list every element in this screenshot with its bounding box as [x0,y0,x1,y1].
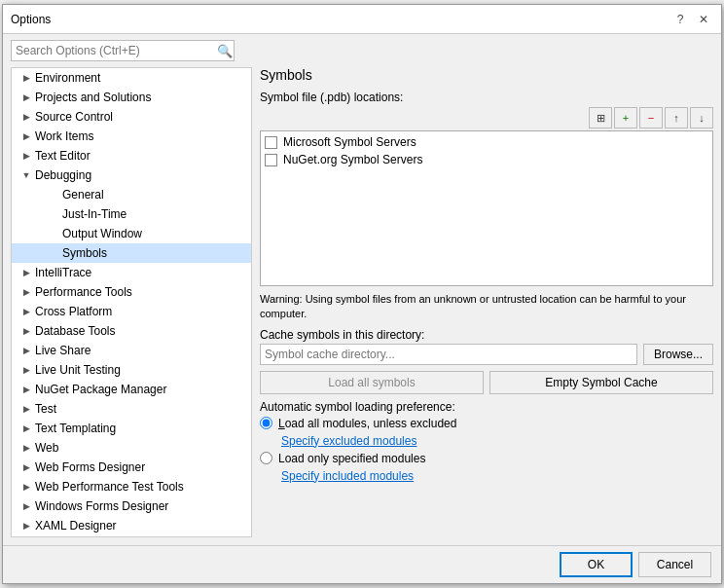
tree-item-nuget-package-manager[interactable]: ▶NuGet Package Manager [12,380,251,399]
symbol-list-box: Microsoft Symbol ServersNuGet.org Symbol… [260,130,713,286]
tree-label-cross-platform: Cross Platform [35,305,112,318]
tree-item-debugging[interactable]: ▼Debugging [12,165,251,185]
action-row: Load all symbols Empty Symbol Cache [260,371,713,394]
tree-label-live-share: Live Share [35,344,90,357]
tree-label-test: Test [35,402,56,416]
title-controls: ? ✕ [670,10,713,29]
right-panel: Symbols Symbol file (.pdb) locations: ⊞+… [260,67,713,537]
radio-load-only[interactable] [260,452,272,464]
browse-button[interactable]: Browse... [643,344,713,365]
tree-arrow-web: ▶ [19,441,33,455]
tree-item-output-window[interactable]: Output Window [12,224,251,243]
symbol-checkbox-nuget[interactable] [265,154,277,166]
tree-item-web-performance-test-tools[interactable]: ▶Web Performance Test Tools [12,477,251,496]
down-btn[interactable]: ↓ [690,107,713,129]
search-wrapper: 🔍 [11,40,235,61]
tree-arrow-test: ▶ [19,402,33,416]
empty-symbol-cache-button[interactable]: Empty Symbol Cache [489,371,713,394]
up-btn[interactable]: ↑ [665,107,688,129]
specify-excluded-link[interactable]: Specify excluded modules [281,434,713,448]
radio-group: Load all modules, unless excluded Specif… [260,417,713,483]
symbol-file-label: Symbol file (.pdb) locations: [260,91,713,104]
tree-item-database-tools[interactable]: ▶Database Tools [12,321,251,341]
tree-label-work-items: Work Items [35,129,93,143]
options-dialog: Options ? ✕ 🔍 ▶Environment▶Projects and … [2,4,722,584]
search-input[interactable] [11,40,235,61]
auto-label: Automatic symbol loading preference: [260,400,713,414]
symbol-checkbox-microsoft[interactable] [265,136,277,149]
tree-label-just-in-time: Just-In-Time [62,207,127,221]
tree-arrow-live-unit-testing: ▶ [19,363,33,377]
tree-item-live-unit-testing[interactable]: ▶Live Unit Testing [12,360,251,380]
tree-item-work-items[interactable]: ▶Work Items [12,127,251,146]
cache-input[interactable] [260,344,637,365]
tree-arrow-performance-tools: ▶ [19,285,33,299]
symbol-label-nuget: NuGet.org Symbol Servers [283,153,422,166]
tree-label-windows-forms-designer: Windows Forms Designer [35,499,168,513]
tree-arrow-text-editor: ▶ [19,149,33,163]
dialog-body: 🔍 ▶Environment▶Projects and Solutions▶So… [3,34,721,545]
cancel-button[interactable]: Cancel [638,552,711,577]
add-btn[interactable]: + [614,107,637,129]
radio-load-only-label: Load only specified modules [278,452,425,465]
tree-label-web: Web [35,441,58,455]
tree-arrow-xaml-designer: ▶ [19,519,33,533]
dialog-title: Options [11,13,51,26]
tree-item-general[interactable]: General [12,185,251,204]
tree-arrow-debugging: ▼ [19,168,33,182]
search-icon-button[interactable]: 🔍 [217,44,233,58]
tree-label-database-tools: Database Tools [35,324,116,338]
load-all-symbols-button[interactable]: Load all symbols [260,371,484,394]
grid-btn[interactable]: ⊞ [589,107,612,129]
help-button[interactable]: ? [670,10,690,29]
tree-arrow-web-forms-designer: ▶ [19,460,33,474]
radio-item-load-only: Load only specified modules [260,452,713,465]
main-content: ▶Environment▶Projects and Solutions▶Sour… [3,67,721,545]
radio-item-load-all: Load all modules, unless excluded [260,417,713,430]
tree-item-symbols[interactable]: Symbols [12,243,251,263]
tree-arrow-output-window [47,227,60,240]
ok-button[interactable]: OK [560,552,633,577]
tree-item-source-control[interactable]: ▶Source Control [12,107,251,127]
symbol-file-section: Symbol file (.pdb) locations: ⊞+−↑↓ Micr… [260,91,713,286]
tree-arrow-cross-platform: ▶ [19,305,33,318]
tree-item-cross-platform[interactable]: ▶Cross Platform [12,302,251,321]
auto-section: Automatic symbol loading preference: Loa… [260,400,713,483]
tree-arrow-environment: ▶ [19,71,33,85]
tree-arrow-text-templating: ▶ [19,422,33,435]
tree-item-text-editor[interactable]: ▶Text Editor [12,146,251,165]
tree-item-just-in-time[interactable]: Just-In-Time [12,204,251,224]
tree-item-live-share[interactable]: ▶Live Share [12,341,251,360]
specify-included-link[interactable]: Specify included modules [281,469,713,483]
remove-btn[interactable]: − [639,107,663,129]
tree-item-test[interactable]: ▶Test [12,399,251,419]
tree-label-intellitrace: IntelliTrace [35,266,91,279]
tree-arrow-nuget-package-manager: ▶ [19,383,33,396]
tree-label-projects-solutions: Projects and Solutions [35,91,151,104]
tree-label-text-editor: Text Editor [35,149,90,163]
tree-label-live-unit-testing: Live Unit Testing [35,363,121,377]
tree-item-web[interactable]: ▶Web [12,438,251,458]
toolbar-row: ⊞+−↑↓ [260,107,713,129]
tree-item-performance-tools[interactable]: ▶Performance Tools [12,282,251,302]
symbol-label-microsoft: Microsoft Symbol Servers [283,135,416,149]
tree-label-debugging: Debugging [35,168,91,182]
tree-label-performance-tools: Performance Tools [35,285,132,299]
tree-arrow-general [47,188,60,202]
close-button[interactable]: ✕ [694,10,713,29]
tree-arrow-live-share: ▶ [19,344,33,357]
tree-item-text-templating[interactable]: ▶Text Templating [12,419,251,438]
tree-label-text-templating: Text Templating [35,422,116,435]
search-icon: 🔍 [217,44,233,58]
tree-item-intellitrace[interactable]: ▶IntelliTrace [12,263,251,282]
tree-label-source-control: Source Control [35,110,113,124]
tree-item-projects-solutions[interactable]: ▶Projects and Solutions [12,88,251,107]
tree-item-xaml-designer[interactable]: ▶XAML Designer [12,516,251,535]
tree-item-windows-forms-designer[interactable]: ▶Windows Forms Designer [12,496,251,516]
symbol-list-item-nuget: NuGet.org Symbol Servers [265,153,708,166]
radio-load-all[interactable] [260,417,272,429]
tree-arrow-database-tools: ▶ [19,324,33,338]
tree-item-web-forms-designer[interactable]: ▶Web Forms Designer [12,458,251,477]
tree-item-environment[interactable]: ▶Environment [12,68,251,88]
symbol-list-item-microsoft: Microsoft Symbol Servers [265,135,708,149]
